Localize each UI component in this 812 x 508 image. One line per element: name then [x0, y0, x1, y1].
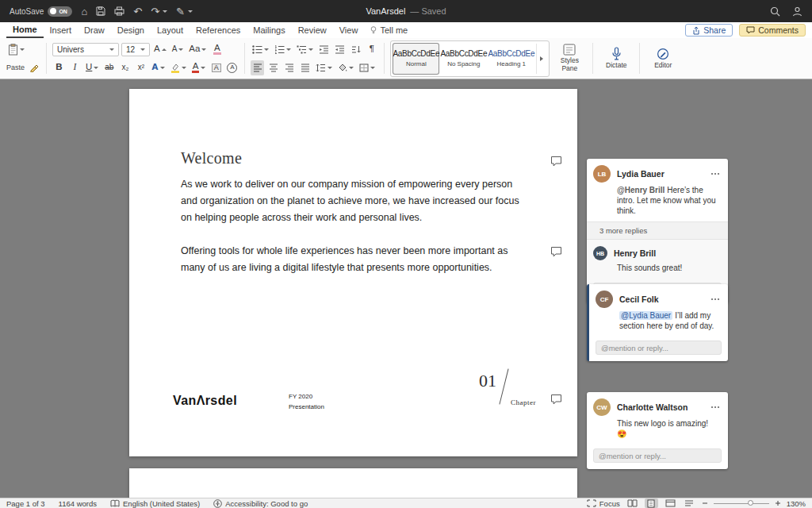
- show-formatting-marks-button[interactable]: ¶: [365, 42, 378, 57]
- bullets-button[interactable]: [251, 42, 270, 57]
- shading-button[interactable]: [336, 60, 355, 75]
- styles-gallery-more-button[interactable]: [536, 44, 546, 74]
- format-pen-dropdown-icon[interactable]: [188, 10, 193, 13]
- word-count[interactable]: 1164 words: [59, 499, 97, 508]
- comments-button[interactable]: Comments: [739, 24, 806, 37]
- page-indicator[interactable]: Page 1 of 3: [6, 499, 45, 508]
- language-selector[interactable]: English (United States): [110, 499, 200, 508]
- style-heading-1[interactable]: AaBbCcDdEe Heading 1: [488, 44, 534, 74]
- editor-button[interactable]: Editor: [645, 48, 680, 70]
- tab-home[interactable]: Home: [6, 22, 44, 38]
- account-icon[interactable]: [792, 6, 802, 17]
- autosave-toggle[interactable]: ON: [48, 6, 72, 17]
- change-case-button[interactable]: Aa: [187, 42, 208, 57]
- zoom-slider[interactable]: [714, 503, 769, 504]
- comment-thread-charlotte[interactable]: CW Charlotte Waltson This new logo is am…: [587, 392, 728, 469]
- paste-dropdown-icon[interactable]: [20, 48, 25, 51]
- print-layout-button[interactable]: [645, 498, 658, 508]
- font-color-button[interactable]: A: [190, 60, 208, 75]
- subscript-button[interactable]: x₂: [118, 60, 132, 75]
- outline-view-button[interactable]: [683, 498, 696, 508]
- format-pen-icon[interactable]: ✎: [176, 6, 193, 17]
- paste-button[interactable]: [6, 42, 26, 57]
- accessibility-status[interactable]: Accessibility: Good to go: [213, 499, 308, 508]
- numbering-button[interactable]: [273, 42, 293, 57]
- style-normal[interactable]: AaBbCcDdEe Normal: [393, 44, 439, 74]
- more-replies-button[interactable]: 3 more replies: [587, 221, 728, 240]
- save-icon[interactable]: [96, 6, 105, 16]
- bold-button[interactable]: B: [52, 60, 66, 75]
- autosave-control[interactable]: AutoSave ON: [10, 6, 72, 17]
- focus-toggle[interactable]: Focus: [587, 499, 620, 508]
- reply-input[interactable]: [593, 448, 722, 463]
- redo-icon[interactable]: ↷: [151, 6, 167, 17]
- shrink-font-button[interactable]: A: [170, 42, 186, 57]
- share-button[interactable]: Share: [685, 24, 733, 37]
- borders-button[interactable]: [358, 60, 377, 75]
- styles-pane-button[interactable]: Styles Pane: [552, 44, 587, 73]
- home-icon[interactable]: ⌂: [81, 6, 87, 17]
- comment-anchor-icon[interactable]: [550, 156, 562, 167]
- strikethrough-button[interactable]: ab: [102, 60, 116, 75]
- mention[interactable]: @Lydia Bauer: [619, 311, 672, 320]
- comment-menu-icon[interactable]: [709, 171, 722, 177]
- redo-dropdown-icon[interactable]: [163, 10, 167, 13]
- align-center-button[interactable]: [266, 60, 280, 75]
- tab-tell-me[interactable]: Tell me: [364, 22, 414, 38]
- font-name-select[interactable]: Univers: [52, 43, 119, 56]
- tab-layout[interactable]: Layout: [151, 22, 190, 38]
- comment-anchor-icon[interactable]: [550, 246, 562, 257]
- read-mode-button[interactable]: [626, 498, 639, 508]
- comment-menu-icon[interactable]: [709, 296, 722, 302]
- mention[interactable]: @Henry Brill: [617, 186, 665, 194]
- tab-view[interactable]: View: [333, 22, 365, 38]
- tab-review[interactable]: Review: [292, 22, 333, 38]
- zoom-out-button[interactable]: [702, 500, 708, 506]
- superscript-button[interactable]: x²: [134, 60, 147, 75]
- decrease-indent-button[interactable]: [317, 42, 331, 57]
- format-painter-button[interactable]: [27, 60, 40, 75]
- tab-references[interactable]: References: [190, 22, 247, 38]
- line-spacing-button[interactable]: [314, 60, 334, 75]
- increase-indent-button[interactable]: [333, 42, 347, 57]
- justify-button[interactable]: [298, 60, 312, 75]
- comment-menu-icon[interactable]: [709, 404, 722, 410]
- grow-font-button[interactable]: A: [152, 42, 168, 57]
- search-icon[interactable]: [770, 6, 780, 17]
- zoom-in-button[interactable]: [775, 500, 781, 506]
- focus-icon: [587, 499, 596, 507]
- zoom-slider-knob[interactable]: [748, 500, 753, 506]
- tab-draw[interactable]: Draw: [78, 22, 111, 38]
- print-icon[interactable]: [114, 6, 124, 16]
- highlight-button[interactable]: [169, 60, 188, 75]
- align-left-button[interactable]: [251, 60, 264, 75]
- page-2[interactable]: [129, 468, 577, 498]
- page-1[interactable]: Welcome As we work to deliver on our com…: [129, 89, 577, 456]
- italic-button[interactable]: I: [68, 60, 82, 75]
- comment-thread-lydia[interactable]: LB Lydia Bauer @Henry BrillHere’s the in…: [587, 159, 728, 303]
- paragraph-1[interactable]: As we work to deliver on our company mis…: [181, 176, 530, 226]
- style-no-spacing[interactable]: AaBbCcDdEe No Spacing: [441, 44, 486, 74]
- character-shading-button[interactable]: A: [209, 60, 223, 75]
- dictate-button[interactable]: Dictate: [599, 47, 634, 70]
- document-heading[interactable]: Welcome: [181, 149, 242, 167]
- sort-button[interactable]: [349, 42, 362, 57]
- align-right-button[interactable]: [282, 60, 296, 75]
- tab-insert[interactable]: Insert: [44, 22, 79, 38]
- comment-thread-cecil[interactable]: CF Cecil Folk @Lydia BauerI’ll add my se…: [587, 284, 728, 361]
- font-size-select[interactable]: 12: [121, 43, 150, 56]
- zoom-level[interactable]: 130%: [787, 499, 806, 508]
- underline-button[interactable]: U: [84, 60, 100, 75]
- tab-design[interactable]: Design: [111, 22, 151, 38]
- comment-anchor-icon[interactable]: [550, 394, 562, 405]
- web-layout-button[interactable]: [664, 498, 677, 508]
- undo-icon[interactable]: ↶: [133, 6, 142, 17]
- tab-mailings[interactable]: Mailings: [247, 22, 291, 38]
- text-effects-button[interactable]: A: [150, 60, 166, 75]
- paragraph-2[interactable]: Offering tools for whole life experience…: [181, 243, 530, 276]
- minus-icon: [702, 500, 708, 506]
- multilevel-list-button[interactable]: [295, 42, 315, 57]
- reply-input[interactable]: [596, 341, 722, 355]
- enclose-characters-button[interactable]: A: [225, 60, 239, 75]
- clear-formatting-button[interactable]: A: [210, 42, 224, 57]
